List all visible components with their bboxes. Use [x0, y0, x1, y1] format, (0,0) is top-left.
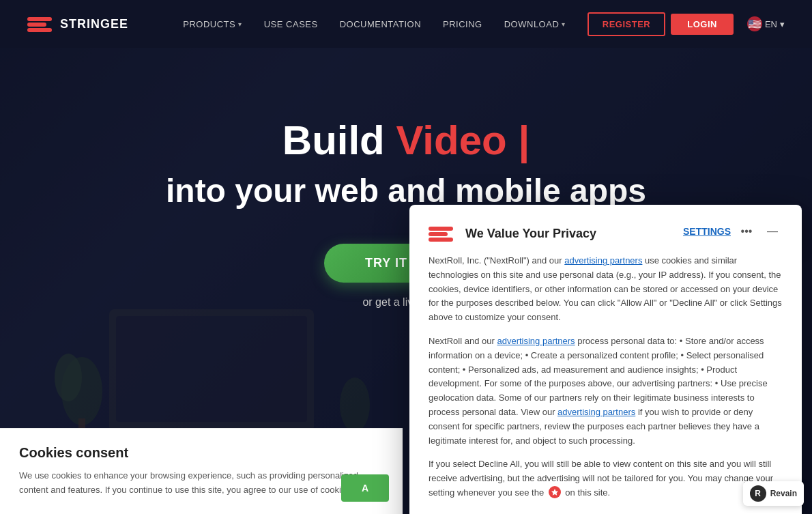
- cookie-consent-body: We use cookies to enhance your browsing …: [19, 469, 383, 498]
- stringee-logo-icon: [27, 14, 55, 33]
- brand-name: STRINGEE: [60, 17, 128, 31]
- privacy-modal-logo: [429, 224, 456, 243]
- svg-rect-16: [429, 232, 448, 236]
- flag-icon: [747, 16, 762, 31]
- privacy-modal: We Value Your Privacy SETTINGS ••• — Nex…: [409, 205, 802, 514]
- svg-rect-1: [116, 316, 307, 422]
- privacy-modal-body: NextRoll, Inc. ("NextRoll") and our adve…: [429, 254, 783, 500]
- nav-use-cases[interactable]: USE CASES: [264, 19, 318, 29]
- privacy-para-2: NextRoll and our advertising partners pr…: [429, 334, 783, 448]
- modal-minimize-button[interactable]: —: [762, 224, 783, 239]
- cookie-accept-button[interactable]: A: [341, 474, 389, 502]
- lang-dropdown-arrow: ▾: [780, 19, 785, 29]
- privacy-settings-link[interactable]: SETTINGS: [683, 226, 731, 237]
- svg-point-5: [55, 354, 82, 401]
- privacy-modal-controls: SETTINGS ••• —: [683, 224, 783, 239]
- privacy-modal-title: We Value Your Privacy: [465, 227, 596, 241]
- revain-badge[interactable]: R Revain: [743, 481, 804, 506]
- download-dropdown-arrow: ▾: [562, 20, 566, 28]
- privacy-para-3: If you select Decline All, you will stil…: [429, 457, 783, 500]
- svg-point-7: [340, 377, 370, 432]
- nav-documentation[interactable]: DOCUMENTATION: [340, 19, 421, 29]
- language-selector[interactable]: EN ▾: [747, 16, 785, 31]
- privacy-modal-header: We Value Your Privacy SETTINGS ••• —: [429, 224, 783, 243]
- advertising-partners-link-2[interactable]: advertising partners: [497, 336, 575, 346]
- revain-icon: R: [750, 485, 766, 502]
- login-button[interactable]: LOGIN: [671, 14, 734, 35]
- nav-pricing[interactable]: PRICING: [443, 19, 482, 29]
- hero-title: Build Video |: [0, 116, 812, 165]
- svg-rect-9: [27, 17, 52, 21]
- navbar: STRINGEE PRODUCTS ▾ USE CASES DOCUMENTAT…: [0, 0, 812, 48]
- language-code: EN: [765, 19, 777, 29]
- logo-area[interactable]: STRINGEE: [27, 14, 128, 33]
- advertising-partners-link-3[interactable]: advertising partners: [557, 407, 635, 417]
- nav-buttons: REGISTER LOGIN EN ▾: [588, 12, 785, 36]
- cookie-consent-bar: Cookies consent We use cookies to enhanc…: [0, 428, 403, 514]
- products-dropdown-arrow: ▾: [238, 20, 242, 28]
- svg-rect-15: [429, 227, 453, 231]
- privacy-title-area: We Value Your Privacy: [429, 224, 683, 243]
- cookie-consent-title: Cookies consent: [19, 445, 383, 461]
- svg-rect-10: [27, 23, 46, 27]
- nav-links: PRODUCTS ▾ USE CASES DOCUMENTATION PRICI…: [183, 19, 566, 29]
- hero-subtitle: into your web and mobile apps: [0, 172, 812, 210]
- privacy-para-1: NextRoll, Inc. ("NextRoll") and our adve…: [429, 254, 783, 325]
- advertising-partners-link-1[interactable]: advertising partners: [564, 255, 642, 266]
- nav-products[interactable]: PRODUCTS ▾: [183, 19, 242, 29]
- register-button[interactable]: REGISTER: [588, 12, 665, 36]
- svg-rect-17: [429, 238, 453, 242]
- modal-more-button[interactable]: •••: [736, 224, 757, 239]
- hero-cursor: |: [507, 117, 530, 163]
- revain-label: Revain: [770, 489, 797, 498]
- nav-download[interactable]: DOWNLOAD ▾: [504, 19, 566, 29]
- hero-title-highlight: Video: [396, 117, 506, 163]
- svg-rect-11: [27, 28, 52, 32]
